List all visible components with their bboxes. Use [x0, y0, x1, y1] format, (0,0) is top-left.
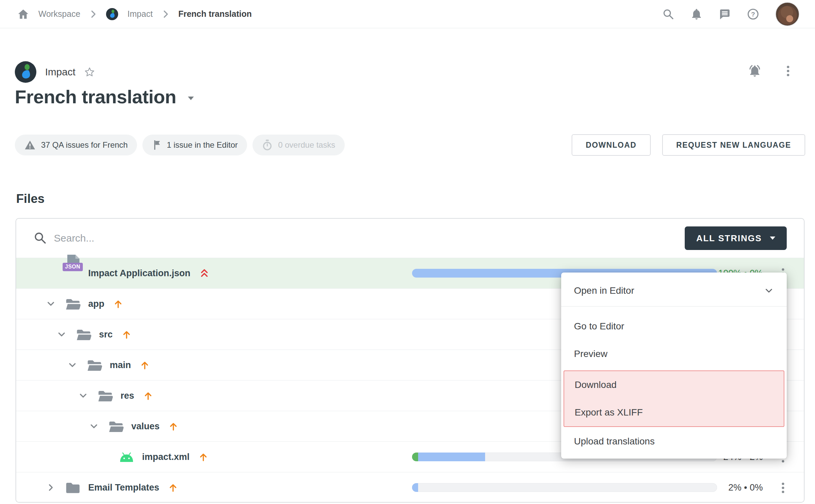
chevron-spacer [100, 452, 110, 462]
menu-item-go-to-editor[interactable]: Go to Editor [561, 313, 787, 340]
menu-section: Go to Editor Preview Download Export as … [561, 307, 787, 455]
page-title: French translation [15, 86, 176, 108]
progress-approved [412, 453, 418, 461]
tree-cell: src [16, 328, 132, 341]
menu-item-label: Go to Editor [574, 321, 624, 332]
android-file-icon [118, 452, 135, 463]
warning-icon [24, 140, 36, 150]
strings-filter-label: ALL STRINGS [696, 233, 762, 244]
download-button[interactable]: DOWNLOAD [572, 134, 651, 156]
chevron-down-icon[interactable] [46, 299, 56, 309]
search-icon [34, 231, 46, 244]
upload-arrow-icon [168, 421, 178, 431]
kebab-menu-icon[interactable] [780, 472, 786, 503]
chip-label: 37 QA issues for French [41, 140, 128, 150]
breadcrumb: Workspace Impact French translation [18, 8, 252, 20]
file-name[interactable]: Impact Application.json [88, 268, 191, 279]
folder-row-email-templates[interactable]: Email Templates 2% • 0% [16, 472, 804, 503]
home-icon[interactable] [18, 9, 29, 20]
files-search-row: ALL STRINGS [16, 219, 804, 258]
folder-open-icon [97, 389, 113, 402]
chevron-down-icon [770, 237, 775, 240]
search-input[interactable] [54, 228, 491, 248]
folder-name[interactable]: Email Templates [88, 482, 159, 493]
overdue-tasks-chip: 0 overdue tasks [252, 135, 344, 155]
priority-high-icon [199, 268, 209, 279]
editor-issues-chip[interactable]: 1 issue in the Editor [142, 135, 247, 155]
folder-open-icon [86, 359, 102, 372]
files-panel: ALL STRINGS JSON Impact Application.json… [15, 218, 805, 503]
tree-cell: app [16, 297, 123, 311]
folder-name[interactable]: values [131, 421, 160, 432]
stopwatch-icon [262, 139, 273, 151]
breadcrumb-project[interactable]: Impact [128, 9, 153, 19]
folder-open-icon [65, 297, 81, 311]
chevron-down-icon [764, 286, 774, 296]
help-icon[interactable] [747, 8, 759, 20]
json-badge: JSON [63, 263, 83, 271]
folder-name[interactable]: main [110, 360, 131, 370]
menu-item-label: Preview [574, 349, 608, 359]
chevron-down-icon[interactable] [57, 329, 67, 339]
menu-item-label: Open in Editor [574, 285, 634, 296]
kebab-menu-icon[interactable] [786, 65, 790, 77]
menu-item-upload-translations[interactable]: Upload translations [561, 427, 787, 455]
folder-name[interactable]: app [88, 299, 104, 309]
upload-arrow-icon [198, 452, 208, 462]
upload-arrow-icon [113, 299, 123, 309]
progress-stats: 2% • 0% [689, 472, 763, 503]
json-file-icon: JSON [65, 263, 81, 283]
notifications-bell-icon[interactable] [690, 8, 703, 20]
chevron-down-icon[interactable] [89, 421, 99, 431]
highlighted-menu-group: Download Export as XLIFF [564, 370, 784, 427]
progress-translated [412, 483, 418, 492]
chevron-down-icon[interactable] [78, 391, 88, 401]
progress-translated [418, 453, 485, 461]
user-avatar[interactable] [775, 2, 800, 26]
notifications-active-icon[interactable] [748, 65, 762, 77]
strings-filter-button[interactable]: ALL STRINGS [685, 226, 787, 250]
chip-label: 0 overdue tasks [278, 140, 335, 150]
tree-cell: Email Templates [16, 481, 178, 494]
files-heading: Files [16, 192, 44, 206]
upload-arrow-icon [122, 329, 132, 339]
menu-item-open-in-editor[interactable]: Open in Editor [561, 275, 787, 306]
upload-arrow-icon [168, 482, 178, 493]
chip-label: 1 issue in the Editor [167, 140, 238, 150]
tree-cell: main [16, 359, 150, 372]
chevron-right-icon[interactable] [46, 482, 56, 493]
menu-item-preview[interactable]: Preview [561, 340, 787, 368]
file-context-menu: Open in Editor Go to Editor Preview Down… [561, 273, 787, 459]
folder-name[interactable]: src [99, 329, 113, 340]
top-navigation-bar: Workspace Impact French translation [0, 0, 815, 28]
star-favorite-icon[interactable] [84, 67, 95, 77]
file-name[interactable]: impact.xml [142, 452, 190, 462]
tree-cell: JSON Impact Application.json [16, 263, 209, 283]
menu-item-download[interactable]: Download [564, 371, 784, 399]
folder-icon [65, 481, 81, 494]
project-logo[interactable] [106, 8, 118, 20]
flag-icon [152, 140, 161, 150]
folder-name[interactable]: res [121, 391, 134, 401]
folder-open-icon [75, 328, 92, 341]
status-chips: 37 QA issues for French 1 issue in the E… [15, 135, 345, 155]
upload-arrow-icon [140, 360, 150, 370]
messages-icon[interactable] [719, 8, 731, 20]
search-icon[interactable] [662, 8, 674, 20]
progress-bar [412, 483, 717, 492]
menu-item-export-as-xliff[interactable]: Export as XLIFF [564, 399, 784, 426]
page: Workspace Impact French translation Impa… [0, 0, 815, 504]
tree-cell: impact.xml [16, 452, 208, 463]
tree-cell: values [16, 420, 178, 433]
chevron-spacer [46, 268, 56, 278]
chevron-right-icon [162, 9, 169, 19]
page-actions: DOWNLOAD REQUEST NEW LANGUAGE [572, 134, 805, 156]
chevron-down-icon[interactable] [67, 360, 77, 370]
menu-item-label: Export as XLIFF [575, 407, 643, 418]
breadcrumb-workspace[interactable]: Workspace [38, 9, 80, 19]
project-name[interactable]: Impact [45, 66, 75, 78]
qa-issues-chip[interactable]: 37 QA issues for French [15, 135, 137, 155]
project-header-actions [748, 65, 790, 77]
request-new-language-button[interactable]: REQUEST NEW LANGUAGE [662, 134, 805, 156]
title-dropdown-caret-icon[interactable] [188, 97, 194, 100]
